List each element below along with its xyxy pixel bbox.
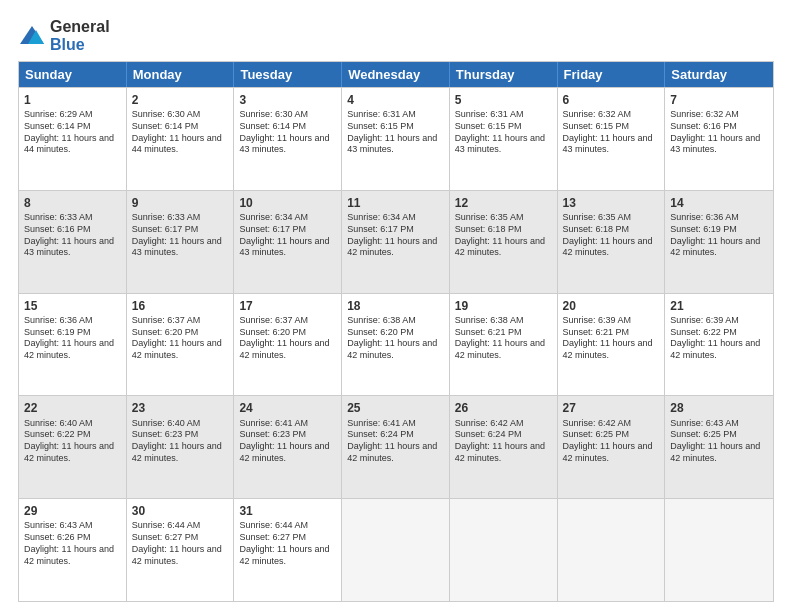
day-details: Sunrise: 6:31 AMSunset: 6:15 PMDaylight:…: [347, 109, 444, 156]
day-details: Sunrise: 6:37 AMSunset: 6:20 PMDaylight:…: [132, 315, 229, 362]
day-number: 16: [132, 298, 229, 314]
day-number: 7: [670, 92, 768, 108]
day-number: 2: [132, 92, 229, 108]
header-day-friday: Friday: [558, 62, 666, 87]
table-row: 16Sunrise: 6:37 AMSunset: 6:20 PMDayligh…: [127, 294, 235, 396]
day-details: Sunrise: 6:40 AMSunset: 6:23 PMDaylight:…: [132, 418, 229, 465]
calendar-row-4: 22Sunrise: 6:40 AMSunset: 6:22 PMDayligh…: [19, 395, 773, 498]
day-number: 9: [132, 195, 229, 211]
calendar-body: 1Sunrise: 6:29 AMSunset: 6:14 PMDaylight…: [19, 87, 773, 601]
table-row: 28Sunrise: 6:43 AMSunset: 6:25 PMDayligh…: [665, 396, 773, 498]
page: General Blue SundayMondayTuesdayWednesda…: [0, 0, 792, 612]
day-number: 24: [239, 400, 336, 416]
table-row: 14Sunrise: 6:36 AMSunset: 6:19 PMDayligh…: [665, 191, 773, 293]
day-number: 28: [670, 400, 768, 416]
day-number: 13: [563, 195, 660, 211]
day-number: 12: [455, 195, 552, 211]
day-details: Sunrise: 6:36 AMSunset: 6:19 PMDaylight:…: [670, 212, 768, 259]
day-details: Sunrise: 6:35 AMSunset: 6:18 PMDaylight:…: [563, 212, 660, 259]
day-details: Sunrise: 6:44 AMSunset: 6:27 PMDaylight:…: [239, 520, 336, 567]
day-number: 11: [347, 195, 444, 211]
day-details: Sunrise: 6:31 AMSunset: 6:15 PMDaylight:…: [455, 109, 552, 156]
calendar-header: SundayMondayTuesdayWednesdayThursdayFrid…: [19, 62, 773, 87]
header-day-tuesday: Tuesday: [234, 62, 342, 87]
day-number: 17: [239, 298, 336, 314]
table-row: 12Sunrise: 6:35 AMSunset: 6:18 PMDayligh…: [450, 191, 558, 293]
table-row: 18Sunrise: 6:38 AMSunset: 6:20 PMDayligh…: [342, 294, 450, 396]
table-row: 24Sunrise: 6:41 AMSunset: 6:23 PMDayligh…: [234, 396, 342, 498]
calendar-row-2: 8Sunrise: 6:33 AMSunset: 6:16 PMDaylight…: [19, 190, 773, 293]
day-details: Sunrise: 6:44 AMSunset: 6:27 PMDaylight:…: [132, 520, 229, 567]
day-number: 10: [239, 195, 336, 211]
table-row: 20Sunrise: 6:39 AMSunset: 6:21 PMDayligh…: [558, 294, 666, 396]
logo-icon: [18, 24, 46, 48]
table-row: 3Sunrise: 6:30 AMSunset: 6:14 PMDaylight…: [234, 88, 342, 190]
day-details: Sunrise: 6:41 AMSunset: 6:24 PMDaylight:…: [347, 418, 444, 465]
day-number: 27: [563, 400, 660, 416]
day-number: 18: [347, 298, 444, 314]
day-number: 3: [239, 92, 336, 108]
table-row: 13Sunrise: 6:35 AMSunset: 6:18 PMDayligh…: [558, 191, 666, 293]
day-details: Sunrise: 6:41 AMSunset: 6:23 PMDaylight:…: [239, 418, 336, 465]
day-details: Sunrise: 6:43 AMSunset: 6:25 PMDaylight:…: [670, 418, 768, 465]
day-number: 25: [347, 400, 444, 416]
calendar: SundayMondayTuesdayWednesdayThursdayFrid…: [18, 61, 774, 602]
day-details: Sunrise: 6:33 AMSunset: 6:17 PMDaylight:…: [132, 212, 229, 259]
table-row: 31Sunrise: 6:44 AMSunset: 6:27 PMDayligh…: [234, 499, 342, 601]
day-details: Sunrise: 6:38 AMSunset: 6:21 PMDaylight:…: [455, 315, 552, 362]
day-number: 30: [132, 503, 229, 519]
logo: General Blue: [18, 18, 110, 53]
table-row: 7Sunrise: 6:32 AMSunset: 6:16 PMDaylight…: [665, 88, 773, 190]
table-row: 26Sunrise: 6:42 AMSunset: 6:24 PMDayligh…: [450, 396, 558, 498]
day-number: 14: [670, 195, 768, 211]
day-number: 8: [24, 195, 121, 211]
day-details: Sunrise: 6:37 AMSunset: 6:20 PMDaylight:…: [239, 315, 336, 362]
table-row: 17Sunrise: 6:37 AMSunset: 6:20 PMDayligh…: [234, 294, 342, 396]
day-details: Sunrise: 6:30 AMSunset: 6:14 PMDaylight:…: [132, 109, 229, 156]
table-row: 25Sunrise: 6:41 AMSunset: 6:24 PMDayligh…: [342, 396, 450, 498]
day-details: Sunrise: 6:36 AMSunset: 6:19 PMDaylight:…: [24, 315, 121, 362]
calendar-row-5: 29Sunrise: 6:43 AMSunset: 6:26 PMDayligh…: [19, 498, 773, 601]
day-details: Sunrise: 6:34 AMSunset: 6:17 PMDaylight:…: [239, 212, 336, 259]
table-row: 10Sunrise: 6:34 AMSunset: 6:17 PMDayligh…: [234, 191, 342, 293]
day-number: 29: [24, 503, 121, 519]
day-details: Sunrise: 6:35 AMSunset: 6:18 PMDaylight:…: [455, 212, 552, 259]
day-details: Sunrise: 6:38 AMSunset: 6:20 PMDaylight:…: [347, 315, 444, 362]
day-details: Sunrise: 6:34 AMSunset: 6:17 PMDaylight:…: [347, 212, 444, 259]
day-details: Sunrise: 6:40 AMSunset: 6:22 PMDaylight:…: [24, 418, 121, 465]
header-day-wednesday: Wednesday: [342, 62, 450, 87]
table-row: 1Sunrise: 6:29 AMSunset: 6:14 PMDaylight…: [19, 88, 127, 190]
table-row: [450, 499, 558, 601]
day-details: Sunrise: 6:39 AMSunset: 6:22 PMDaylight:…: [670, 315, 768, 362]
day-number: 26: [455, 400, 552, 416]
calendar-row-1: 1Sunrise: 6:29 AMSunset: 6:14 PMDaylight…: [19, 87, 773, 190]
calendar-row-3: 15Sunrise: 6:36 AMSunset: 6:19 PMDayligh…: [19, 293, 773, 396]
header-day-monday: Monday: [127, 62, 235, 87]
day-number: 15: [24, 298, 121, 314]
header-day-thursday: Thursday: [450, 62, 558, 87]
table-row: 22Sunrise: 6:40 AMSunset: 6:22 PMDayligh…: [19, 396, 127, 498]
table-row: 27Sunrise: 6:42 AMSunset: 6:25 PMDayligh…: [558, 396, 666, 498]
day-number: 5: [455, 92, 552, 108]
table-row: 5Sunrise: 6:31 AMSunset: 6:15 PMDaylight…: [450, 88, 558, 190]
table-row: [342, 499, 450, 601]
table-row: [665, 499, 773, 601]
table-row: 8Sunrise: 6:33 AMSunset: 6:16 PMDaylight…: [19, 191, 127, 293]
header-day-saturday: Saturday: [665, 62, 773, 87]
table-row: 21Sunrise: 6:39 AMSunset: 6:22 PMDayligh…: [665, 294, 773, 396]
table-row: 9Sunrise: 6:33 AMSunset: 6:17 PMDaylight…: [127, 191, 235, 293]
logo-text: General Blue: [50, 18, 110, 53]
day-number: 4: [347, 92, 444, 108]
day-number: 21: [670, 298, 768, 314]
table-row: 11Sunrise: 6:34 AMSunset: 6:17 PMDayligh…: [342, 191, 450, 293]
day-details: Sunrise: 6:30 AMSunset: 6:14 PMDaylight:…: [239, 109, 336, 156]
table-row: [558, 499, 666, 601]
header-day-sunday: Sunday: [19, 62, 127, 87]
table-row: 23Sunrise: 6:40 AMSunset: 6:23 PMDayligh…: [127, 396, 235, 498]
table-row: 6Sunrise: 6:32 AMSunset: 6:15 PMDaylight…: [558, 88, 666, 190]
day-details: Sunrise: 6:42 AMSunset: 6:24 PMDaylight:…: [455, 418, 552, 465]
header: General Blue: [18, 18, 774, 53]
day-details: Sunrise: 6:29 AMSunset: 6:14 PMDaylight:…: [24, 109, 121, 156]
day-number: 6: [563, 92, 660, 108]
table-row: 4Sunrise: 6:31 AMSunset: 6:15 PMDaylight…: [342, 88, 450, 190]
